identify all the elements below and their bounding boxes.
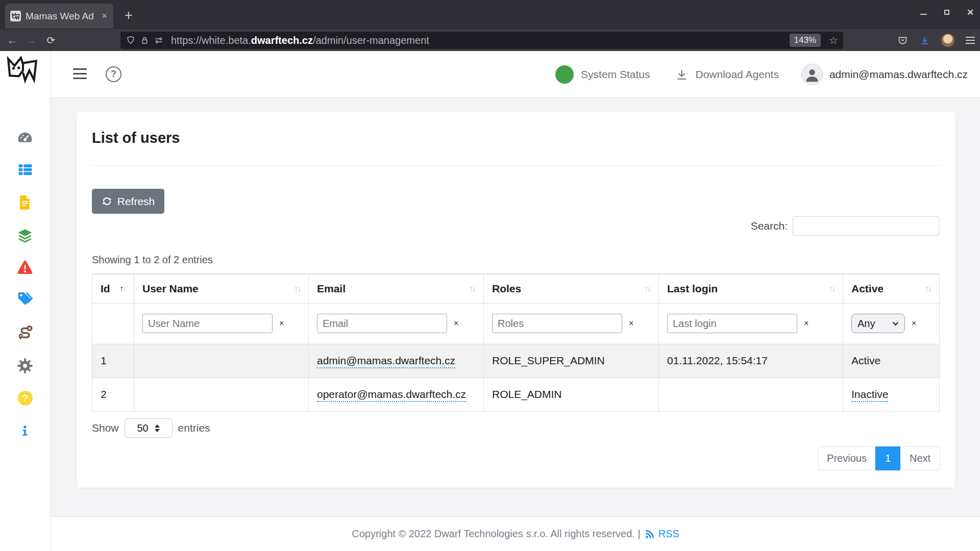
maximize-icon: [944, 10, 949, 15]
cell-user-name: [134, 378, 309, 411]
cell-roles: ROLE_ADMIN: [484, 378, 659, 411]
sort-icon: ↑↓: [119, 284, 126, 293]
column-header-user-name[interactable]: User Name↑↓: [134, 274, 309, 303]
sidebar-item-help[interactable]: ?: [15, 388, 35, 408]
sidebar-item-dashboard[interactable]: [15, 128, 35, 147]
person-icon: [803, 66, 821, 83]
sync-icon: [102, 196, 112, 207]
browser-menu-icon[interactable]: [966, 37, 975, 44]
browser-tab[interactable]: Mamas Web Ad ×: [5, 4, 113, 29]
last-login-filter-input[interactable]: [667, 314, 797, 333]
column-header-last-login[interactable]: Last login↑↓: [659, 274, 843, 303]
cell-email: operator@mamas.dwarftech.cz: [309, 378, 484, 411]
sidebar-item-tags[interactable]: [15, 289, 35, 308]
layers-icon: [17, 228, 33, 244]
sort-icon: ↑↓: [925, 284, 931, 293]
new-tab-button[interactable]: +: [118, 5, 139, 26]
inactive-link[interactable]: Inactive: [851, 388, 888, 402]
roles-filter-input[interactable]: [492, 314, 622, 333]
tracking-shield-icon[interactable]: [126, 35, 136, 45]
dashboard-gauge-icon: [17, 129, 33, 145]
cell-roles: ROLE_SUPER_ADMIN: [484, 344, 659, 378]
sidebar-item-tables[interactable]: [15, 160, 35, 179]
refresh-button[interactable]: Refresh: [92, 189, 164, 214]
clear-filter-icon[interactable]: ×: [279, 319, 284, 328]
email-filter-input[interactable]: [317, 314, 447, 333]
table-row: 2 operator@mamas.dwarftech.cz ROLE_ADMIN…: [92, 378, 940, 411]
pagination-previous-button[interactable]: Previous: [818, 446, 875, 470]
sort-icon: ↑↓: [294, 284, 300, 293]
rss-link[interactable]: RSS: [645, 528, 679, 540]
browser-profile-avatar[interactable]: [941, 34, 954, 47]
window-maximize-button[interactable]: [940, 6, 953, 19]
question-glyph: ?: [22, 393, 28, 404]
email-link[interactable]: admin@mamas.dwarftech.cz: [317, 355, 455, 368]
download-agents-label[interactable]: Download Agents: [695, 68, 778, 81]
pagination-current-page[interactable]: 1: [875, 446, 900, 470]
sidebar-item-documents[interactable]: [15, 193, 35, 212]
sort-icon: ↑↓: [469, 284, 475, 293]
clear-filter-icon[interactable]: ×: [629, 319, 633, 328]
pagination-next-button[interactable]: Next: [900, 446, 940, 470]
app-header: ? System Status Download Agents admin@ma…: [0, 51, 980, 98]
column-header-roles[interactable]: Roles↑↓: [484, 274, 659, 303]
zoom-level-badge[interactable]: 143%: [790, 34, 821, 47]
account-avatar[interactable]: [801, 64, 823, 85]
table-filter-row: × × × × Any×: [92, 303, 940, 344]
browser-toolbar: ← → ⟳ https://white.beta.dwarftech.cz/ad…: [0, 29, 980, 51]
cell-email: admin@mamas.dwarftech.cz: [309, 344, 484, 378]
sidebar-item-layers[interactable]: [15, 226, 35, 245]
download-agents-icon: [675, 68, 688, 81]
rss-label: RSS: [658, 528, 679, 540]
clear-filter-icon[interactable]: ×: [912, 319, 916, 328]
tab-close-icon[interactable]: ×: [101, 11, 108, 21]
page-length-select[interactable]: 50: [125, 418, 173, 438]
window-minimize-button[interactable]: [917, 6, 930, 19]
reload-button[interactable]: ⟳: [42, 29, 60, 52]
users-card: List of users Refresh Search: Showing 1 …: [77, 112, 955, 488]
cell-user-name: [134, 344, 309, 378]
refresh-label: Refresh: [117, 195, 155, 208]
window-close-button[interactable]: ✕: [964, 6, 977, 19]
cell-active: Active: [843, 344, 940, 378]
brand-logo[interactable]: [6, 54, 39, 87]
system-status-label[interactable]: System Status: [581, 68, 650, 81]
email-link[interactable]: operator@mamas.dwarftech.cz: [317, 388, 466, 402]
cell-id: 1: [92, 344, 134, 378]
show-label: Show: [92, 422, 119, 434]
spinner-icon: [155, 424, 160, 432]
column-header-id[interactable]: Id↑↓: [92, 274, 134, 303]
system-status-icon: [555, 65, 574, 84]
lock-icon[interactable]: [140, 36, 150, 45]
entries-label: entries: [178, 422, 210, 434]
search-label: Search:: [751, 220, 788, 232]
downloads-icon[interactable]: [919, 35, 930, 46]
column-header-active[interactable]: Active↑↓: [843, 274, 940, 303]
permissions-icon[interactable]: [154, 35, 164, 45]
sidebar-item-settings[interactable]: [15, 356, 35, 375]
table-row: 1 admin@mamas.dwarftech.cz ROLE_SUPER_AD…: [92, 344, 940, 378]
page-footer: Copyright © 2022 Dwarf Technologies s.r.…: [51, 516, 980, 551]
account-email[interactable]: admin@mamas.dwarftech.cz: [829, 68, 968, 81]
clear-filter-icon[interactable]: ×: [804, 319, 808, 328]
title-divider: [92, 165, 940, 166]
url-bar[interactable]: https://white.beta.dwarftech.cz/admin/us…: [120, 32, 843, 49]
sidebar-item-info[interactable]: [15, 421, 35, 441]
tab-title: Mamas Web Ad: [26, 11, 96, 22]
sidebar-toggle-button[interactable]: [73, 68, 87, 79]
forward-button[interactable]: →: [22, 29, 41, 52]
minimize-icon: [920, 14, 927, 15]
column-header-email[interactable]: Email↑↓: [309, 274, 484, 303]
clear-filter-icon[interactable]: ×: [454, 319, 458, 328]
search-input[interactable]: [793, 216, 939, 236]
pocket-icon[interactable]: [897, 35, 908, 46]
back-button[interactable]: ←: [3, 29, 21, 52]
document-icon: [18, 195, 32, 210]
sidebar-item-alerts[interactable]: [15, 258, 35, 277]
page-title: List of users: [92, 130, 180, 146]
sidebar-item-routes[interactable]: [15, 323, 35, 342]
help-button[interactable]: ?: [106, 66, 121, 82]
active-filter-select[interactable]: Any: [851, 314, 905, 333]
bookmark-star-icon[interactable]: ☆: [829, 34, 838, 46]
user-name-filter-input[interactable]: [142, 314, 273, 333]
